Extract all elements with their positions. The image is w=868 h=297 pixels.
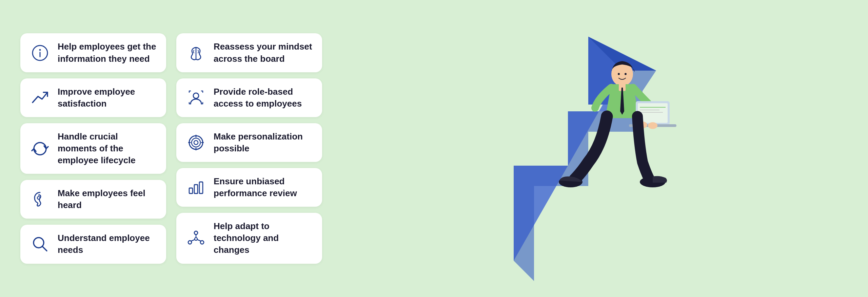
card-info: Help employees get the information they … bbox=[20, 33, 166, 72]
bar-chart-icon bbox=[186, 177, 206, 198]
card-brain-text: Reassess your mindset across the board bbox=[214, 41, 313, 64]
svg-point-28 bbox=[618, 73, 620, 75]
info-circle-icon bbox=[30, 43, 50, 63]
person-scan-icon bbox=[186, 88, 206, 108]
svg-line-5 bbox=[42, 246, 47, 251]
left-column: Help employees get the information they … bbox=[20, 33, 166, 263]
card-info-text: Help employees get the information they … bbox=[58, 41, 157, 64]
svg-line-23 bbox=[191, 240, 195, 241]
svg-point-10 bbox=[194, 141, 198, 145]
card-role-text: Provide role-based access to employees bbox=[214, 86, 313, 110]
cards-section: Help employees get the information they … bbox=[20, 33, 322, 263]
svg-point-9 bbox=[192, 138, 200, 147]
svg-rect-17 bbox=[199, 182, 203, 193]
target-icon bbox=[186, 132, 206, 153]
card-ear-text: Make employees feel heard bbox=[58, 187, 157, 211]
trending-up-icon bbox=[30, 88, 50, 108]
card-brain: Reassess your mindset across the board bbox=[176, 33, 322, 72]
card-network-text: Help adapt to technology and changes bbox=[214, 220, 313, 256]
nodes-icon bbox=[186, 228, 206, 248]
card-chart-text: Ensure unbiased performance review bbox=[214, 175, 313, 199]
svg-point-18 bbox=[194, 231, 198, 235]
card-target-text: Make personalization possible bbox=[214, 131, 313, 154]
card-trend-text: Improve employee satisfaction bbox=[58, 86, 157, 110]
brain-icon bbox=[186, 43, 206, 63]
ear-icon bbox=[30, 189, 50, 209]
card-role: Provide role-based access to employees bbox=[176, 78, 322, 117]
card-cycle: Handle crucial moments of the employee l… bbox=[20, 123, 166, 174]
card-cycle-text: Handle crucial moments of the employee l… bbox=[58, 131, 157, 166]
right-column: Reassess your mindset across the board P… bbox=[176, 33, 322, 263]
svg-point-29 bbox=[625, 73, 627, 75]
main-container: Help employees get the information they … bbox=[0, 0, 868, 297]
search-icon bbox=[30, 234, 50, 254]
svg-rect-15 bbox=[189, 188, 193, 193]
card-chart: Ensure unbiased performance review bbox=[176, 168, 322, 207]
card-search: Understand employee needs bbox=[20, 225, 166, 263]
svg-rect-16 bbox=[194, 185, 198, 193]
illustration-section bbox=[322, 14, 848, 283]
svg-point-38 bbox=[648, 122, 657, 129]
svg-point-7 bbox=[193, 93, 199, 98]
card-search-text: Understand employee needs bbox=[58, 232, 157, 256]
card-ear: Make employees feel heard bbox=[20, 180, 166, 219]
card-trend: Improve employee satisfaction bbox=[20, 78, 166, 117]
illustration bbox=[487, 16, 683, 281]
card-target: Make personalization possible bbox=[176, 123, 322, 162]
svg-point-1 bbox=[39, 49, 41, 51]
refresh-icon bbox=[30, 138, 50, 159]
card-network: Help adapt to technology and changes bbox=[176, 213, 322, 263]
svg-point-3 bbox=[37, 197, 40, 199]
svg-line-24 bbox=[197, 240, 201, 241]
